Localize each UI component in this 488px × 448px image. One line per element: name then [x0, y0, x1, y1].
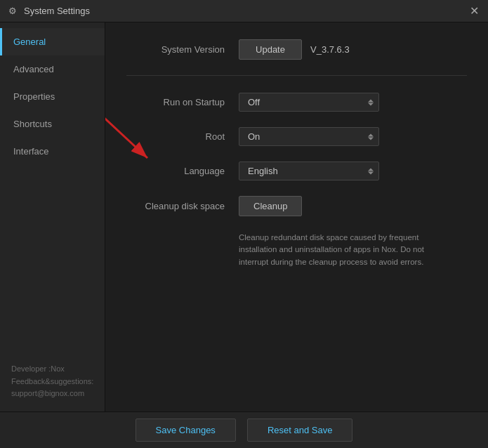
- root-label: Root: [126, 131, 239, 142]
- sidebar-footer: Developer :Nox Feedback&suggestions: sup…: [0, 352, 105, 411]
- divider-1: [126, 75, 467, 76]
- developer-label: Developer :Nox: [11, 363, 93, 376]
- version-text: V_3.7.6.3: [310, 44, 350, 55]
- feedback-label: Feedback&suggestions:: [11, 376, 93, 388]
- run-on-startup-select-wrapper: Off On: [239, 93, 379, 112]
- run-on-startup-value: Off On: [239, 93, 379, 112]
- run-on-startup-row: Run on Startup Off On: [126, 93, 467, 112]
- language-value: English Chinese Japanese: [239, 162, 379, 180]
- cleanup-description: Cleanup redundant disk space caused by f…: [239, 232, 442, 268]
- root-select[interactable]: On Off: [239, 127, 379, 146]
- sidebar-item-shortcuts[interactable]: Shortcuts: [0, 110, 105, 138]
- language-row: Language English Chinese Japanese: [126, 162, 467, 180]
- language-select[interactable]: English Chinese Japanese: [239, 162, 379, 180]
- reset-and-save-button[interactable]: Reset and Save: [247, 419, 353, 442]
- cleanup-button[interactable]: Cleanup: [239, 196, 302, 216]
- sidebar: General Advanced Properties Shortcuts In…: [0, 22, 105, 411]
- update-button[interactable]: Update: [239, 39, 302, 60]
- language-select-wrapper: English Chinese Japanese: [239, 162, 379, 180]
- system-version-row: System Version Update V_3.7.6.3: [126, 39, 467, 60]
- root-value: On Off: [239, 127, 379, 146]
- main-layout: General Advanced Properties Shortcuts In…: [0, 22, 488, 411]
- cleanup-row: Cleanup disk space Cleanup: [126, 196, 467, 216]
- sidebar-item-properties[interactable]: Properties: [0, 83, 105, 110]
- system-version-label: System Version: [126, 44, 239, 55]
- cleanup-value: Cleanup: [239, 196, 302, 216]
- run-on-startup-select[interactable]: Off On: [239, 93, 379, 112]
- title-bar-text: System Settings: [24, 6, 90, 16]
- bottom-bar: Save Changes Reset and Save: [0, 411, 488, 448]
- sidebar-item-advanced[interactable]: Advanced: [0, 55, 105, 83]
- sidebar-item-general[interactable]: General: [0, 28, 105, 55]
- email-label: support@bignox.com: [11, 388, 93, 400]
- root-row: Root On Off: [126, 127, 467, 146]
- root-select-wrapper: On Off: [239, 127, 379, 146]
- language-label: Language: [126, 166, 239, 176]
- close-button[interactable]: ✕: [467, 4, 481, 18]
- cleanup-label: Cleanup disk space: [126, 201, 239, 211]
- title-bar: ⚙ System Settings ✕: [0, 0, 488, 22]
- settings-icon: ⚙: [7, 6, 18, 17]
- system-version-value: Update V_3.7.6.3: [239, 39, 350, 60]
- content-area: System Version Update V_3.7.6.3 Run on S…: [105, 22, 488, 411]
- sidebar-item-interface[interactable]: Interface: [0, 138, 105, 165]
- save-changes-button[interactable]: Save Changes: [136, 419, 236, 442]
- run-on-startup-label: Run on Startup: [126, 97, 239, 107]
